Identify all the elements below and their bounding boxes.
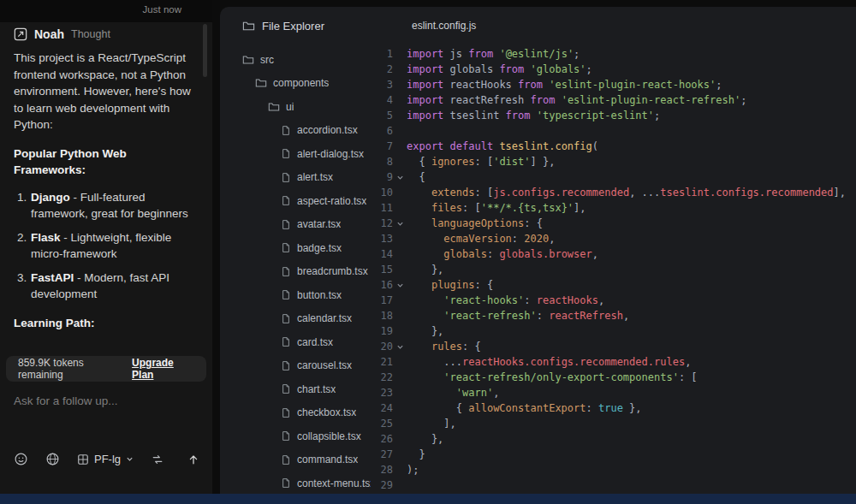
tree-item-alert-tsx[interactable]: alert.tsx [220,166,371,190]
code-text: import reactRefresh from 'eslint-plugin-… [407,92,746,108]
code-line-12[interactable]: 12 languageOptions: { [371,216,856,231]
tree-item-chart-tsx[interactable]: chart.tsx [220,377,371,401]
code-line-8[interactable]: 8 { ignores: ['dist'] }, [371,154,856,169]
tokens-remaining-label: 859.9K tokens remaining [18,357,125,381]
model-selector[interactable]: PF-lg [77,453,134,465]
tree-item-badge-tsx[interactable]: badge.tsx [220,236,371,260]
code-line-17[interactable]: 17 'react-hooks': reactHooks, [371,293,856,308]
tree-item-alert-dialog-tsx[interactable]: alert-dialog.tsx [220,142,371,166]
code-line-26[interactable]: 26 }, [371,431,856,447]
code-line-20[interactable]: 20 rules: { [371,339,856,354]
line-number: 10 [371,185,393,200]
code-line-10[interactable]: 10 extends: [js.configs.recommended, ...… [371,185,856,200]
fold-chevron-icon[interactable] [393,216,407,231]
tree-item-card-tsx[interactable]: card.tsx [220,330,371,354]
code-line-5[interactable]: 5import tseslint from 'typescript-eslint… [371,108,856,123]
code-line-1[interactable]: 1import js from '@eslint/js'; [371,46,856,62]
followup-input[interactable]: Ask for a follow up... [14,394,118,407]
chat-panel: Just now Noah Thought This project is a … [0,0,212,494]
code-line-15[interactable]: 15 }, [371,262,856,277]
code-text: extends: [js.configs.recommended, ...tse… [407,185,846,200]
workspace-panel: File Explorer eslint.config.js srccompon… [220,7,856,494]
code-line-4[interactable]: 4import reactRefresh from 'eslint-plugin… [371,92,856,108]
file-icon [281,313,291,324]
tree-item-command-tsx[interactable]: command.tsx [220,448,371,472]
file-icon [281,430,291,442]
fold-chevron-icon[interactable] [393,277,407,293]
tree-item-label: chart.tsx [297,383,336,395]
send-icon[interactable] [187,453,200,466]
tree-item-avatar-tsx[interactable]: avatar.tsx [220,213,371,237]
code-text: }, [407,431,443,447]
message-header: Noah Thought [14,27,195,41]
tree-item-calendar-tsx[interactable]: calendar.tsx [220,307,371,331]
code-line-22[interactable]: 22 'react-refresh/only-export-components… [371,370,856,385]
tree-item-components[interactable]: components [220,72,371,96]
code-line-27[interactable]: 27 } [371,447,856,462]
code-line-16[interactable]: 16 plugins: { [371,277,856,293]
code-line-23[interactable]: 23 'warn', [371,385,856,400]
fold-spacer [393,308,407,323]
fold-spacer [393,323,407,339]
tree-item-checkbox-tsx[interactable]: checkbox.tsx [220,401,371,425]
folder-icon [242,20,255,33]
tree-item-aspect-ratio-tsx[interactable]: aspect-ratio.tsx [220,189,371,213]
chat-scrollbar[interactable] [203,24,207,77]
code-text: import js from '@eslint/js'; [407,46,580,62]
fold-spacer [393,46,407,62]
tree-item-label: avatar.tsx [297,218,341,230]
tree-item-label: calendar.tsx [297,312,352,324]
tree-item-label: ui [286,101,294,113]
fold-spacer [393,185,407,200]
line-number: 15 [371,262,393,277]
emoji-icon[interactable] [14,452,28,466]
code-line-28[interactable]: 28); [371,462,856,477]
code-text: { ignores: ['dist'] }, [407,154,555,169]
code-line-9[interactable]: 9 { [371,169,856,185]
fold-spacer [393,123,407,139]
line-number: 29 [371,477,393,493]
chat-header-strip: Just now [0,0,212,22]
code-text: { allowConstantExport: true }, [407,400,642,416]
code-line-2[interactable]: 2import globals from 'globals'; [371,62,856,77]
fold-chevron-icon[interactable] [393,339,407,354]
tree-item-accordion-tsx[interactable]: accordion.tsx [220,119,371,143]
code-line-25[interactable]: 25 ], [371,416,856,431]
thought-toggle[interactable]: Thought [71,28,110,40]
file-icon [281,383,291,394]
line-number: 5 [371,108,393,123]
code-line-3[interactable]: 3import reactHooks from 'eslint-plugin-r… [371,77,856,92]
code-line-21[interactable]: 21 ...reactHooks.configs.recommended.rul… [371,354,856,370]
tree-item-collapsible-tsx[interactable]: collapsible.tsx [220,424,371,448]
code-line-7[interactable]: 7export default tseslint.config( [371,139,856,154]
code-line-29[interactable]: 29 [371,477,856,493]
folder-icon [255,77,267,89]
code-line-19[interactable]: 19 }, [371,323,856,339]
tree-item-carousel-tsx[interactable]: carousel.tsx [220,354,371,378]
code-line-13[interactable]: 13 ecmaVersion: 2020, [371,231,856,246]
tree-item-label: collapsible.tsx [297,430,361,442]
code-line-24[interactable]: 24 { allowConstantExport: true }, [371,400,856,416]
tree-item-label: button.tsx [297,289,342,301]
folder-icon [268,101,280,113]
tree-item-breadcrumb-tsx[interactable]: breadcrumb.tsx [220,260,371,284]
code-area[interactable]: 1import js from '@eslint/js';2import glo… [371,44,856,494]
code-line-14[interactable]: 14 globals: globals.browser, [371,246,856,262]
line-number: 26 [371,431,393,447]
swap-icon[interactable] [151,453,164,466]
code-line-6[interactable]: 6 [371,123,856,139]
fold-chevron-icon[interactable] [393,169,407,185]
tree-item-ui[interactable]: ui [220,95,371,119]
tree-item-src[interactable]: src [220,48,371,72]
code-line-18[interactable]: 18 'react-refresh': reactRefresh, [371,308,856,323]
upgrade-plan-link[interactable]: Upgrade Plan [132,357,194,381]
code-line-11[interactable]: 11 files: ['**/*.{ts,tsx}'], [371,200,856,216]
line-number: 9 [371,169,393,185]
tree-item-button-tsx[interactable]: button.tsx [220,283,371,307]
editor-tab[interactable]: eslint.config.js [393,20,476,32]
fold-spacer [393,354,407,370]
tree-item-context-menu-tsx[interactable]: context-menu.tsx [220,471,371,494]
list-number: 1. [17,189,31,222]
globe-icon[interactable] [45,452,60,466]
explorer-title: File Explorer [262,20,324,33]
